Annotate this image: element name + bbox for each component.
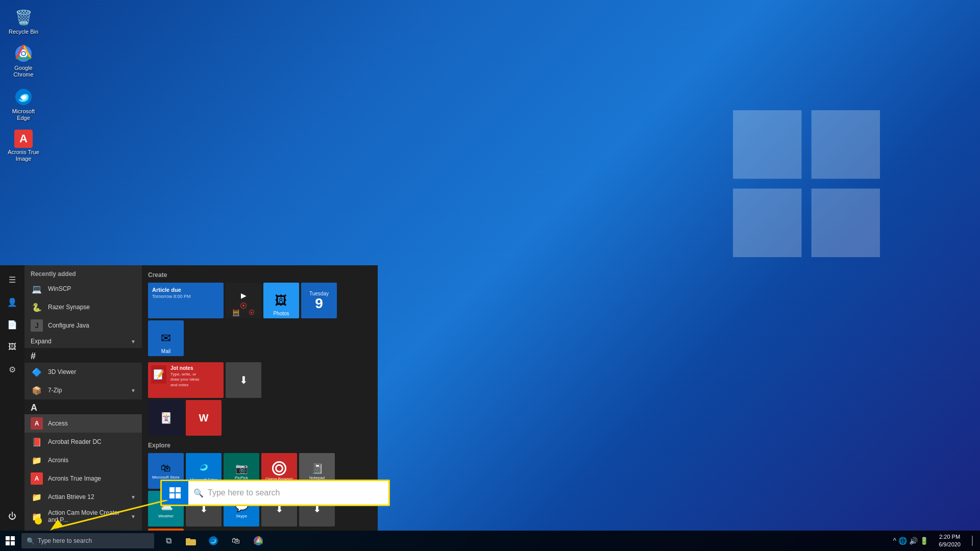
photos-tile[interactable]: 🖼 Photos — [263, 283, 299, 318]
file-explorer-button[interactable] — [181, 531, 201, 551]
solitaire-tile[interactable]: 🃏 — [148, 400, 184, 436]
create-tiles-grid: Article due Tomorrow 8:00 PM ▶ ⦿ 🧮 ⦿ 🖼 P… — [148, 283, 372, 356]
7zip-icon: 📦 — [31, 384, 43, 396]
article-due-title: Article due — [152, 287, 181, 293]
acronis-app-icon: 📁 — [31, 454, 43, 466]
app-item-winscp[interactable]: 💻 WinSCP — [24, 280, 142, 298]
download-tile-1[interactable]: ⬇ — [226, 362, 261, 398]
expand-label: Expand — [31, 338, 126, 345]
solitaire-row: 🃏 W — [148, 400, 372, 436]
calendar-tile[interactable]: Tuesday 9 — [301, 283, 337, 318]
winscp-icon: 💻 — [31, 283, 43, 295]
svg-rect-11 — [169, 487, 175, 492]
edge-icon — [13, 87, 34, 107]
svg-point-22 — [209, 536, 218, 545]
hamburger-menu-icon[interactable]: ☰ — [2, 269, 22, 290]
taskbar-search-input[interactable] — [38, 537, 149, 544]
edge-taskbar-button[interactable] — [203, 531, 224, 551]
recycle-bin-label: Recycle Bin — [9, 29, 38, 35]
access-name: Access — [48, 420, 136, 427]
chrome-taskbar-button[interactable] — [248, 531, 268, 551]
7zip-name: 7-Zip — [48, 387, 126, 394]
desktop-icon-recycle-bin[interactable]: 🗑️ Recycle Bin — [5, 5, 42, 37]
jot-row: 📝 Jot notes Type, write, ordraw your ide… — [148, 362, 372, 398]
article-due-sub: Tomorrow 8:00 PM — [152, 294, 191, 299]
java-name: Configure Java — [48, 322, 136, 329]
taskbar-search-box[interactable]: 🔍 — [21, 533, 154, 548]
clock-date: 6/9/2020 — [939, 541, 961, 548]
acronis-label: Acronis True Image — [7, 149, 40, 162]
expand-item[interactable]: Expand ▼ — [24, 335, 142, 348]
power-icon[interactable]: ⏻ — [2, 506, 22, 527]
razer-name: Razer Synapse — [48, 304, 136, 311]
start-sidebar: ☰ 👤 📄 🖼 ⚙ ⏻ — [0, 265, 24, 531]
acrobat-reader-name: Acrobat Reader DC — [48, 438, 136, 445]
network-icon[interactable]: 🌐 — [898, 537, 907, 545]
desktop: 🗑️ Recycle Bin Google Chrome — [0, 0, 980, 551]
taskbar-clock[interactable]: 2:20 PM 6/9/2020 — [933, 531, 967, 551]
explore-section-label: Explore — [148, 442, 372, 449]
svg-rect-1 — [812, 110, 880, 179]
office-tile[interactable]: W — [186, 400, 222, 436]
svg-rect-19 — [6, 541, 10, 545]
desktop-icon-edge[interactable]: Microsoft Edge — [5, 85, 42, 123]
documents-icon[interactable]: 📄 — [2, 314, 22, 335]
acronis-app-name: Acronis — [48, 457, 136, 464]
app-item-acronis[interactable]: 📁 Acronis — [24, 451, 142, 469]
svg-rect-17 — [6, 536, 10, 540]
alpha-hash: # — [24, 348, 142, 363]
settings-icon[interactable]: ⚙ — [2, 359, 22, 380]
volume-icon[interactable]: 🔊 — [909, 537, 918, 545]
jot-notes-tile[interactable]: 📝 Jot notes Type, write, ordraw your ide… — [148, 362, 224, 398]
svg-point-8 — [22, 52, 25, 55]
start-app-list: Recently added 💻 WinSCP 🐍 Razer Synapse … — [24, 265, 142, 531]
3dviewer-icon: 🔷 — [31, 366, 43, 378]
windows-watermark — [725, 102, 888, 265]
recently-added-label: Recently added — [24, 265, 142, 280]
svg-rect-20 — [11, 541, 15, 545]
desktop-icon-chrome[interactable]: Google Chrome — [5, 41, 42, 80]
svg-marker-16 — [50, 519, 63, 531]
7zip-arrow-icon: ▼ — [131, 388, 136, 393]
photos-tile-label: Photos — [264, 311, 298, 316]
taskbar-pinned-icons: ⧉ 🛍 — [158, 531, 268, 551]
app-item-acronis-ti[interactable]: A Acronis True Image — [24, 469, 142, 488]
photos-sidebar-icon[interactable]: 🖼 — [2, 337, 22, 357]
svg-rect-13 — [169, 493, 175, 498]
svg-line-15 — [55, 500, 167, 528]
app-item-acrobat-reader[interactable]: 📕 Acrobat Reader DC — [24, 433, 142, 451]
winscp-name: WinSCP — [48, 285, 136, 292]
actian-arrow-icon: ▼ — [131, 494, 136, 500]
svg-point-10 — [198, 461, 210, 473]
app-item-access[interactable]: A Access — [24, 414, 142, 433]
calendar-day-num: 9 — [315, 296, 323, 311]
desktop-icon-acronis[interactable]: A Acronis True Image — [5, 128, 42, 164]
task-view-button[interactable]: ⧉ — [158, 531, 179, 551]
media-play-tile[interactable]: ▶ ⦿ 🧮 ⦿ — [226, 283, 261, 318]
razer-icon: 🐍 — [31, 301, 43, 313]
svg-rect-14 — [176, 493, 181, 498]
mail-tile[interactable]: ✉ Mail — [148, 320, 184, 356]
user-icon[interactable]: 👤 — [2, 292, 22, 312]
mail-tile-label: Mail — [149, 348, 183, 354]
battery-icon[interactable]: 🔋 — [920, 537, 928, 545]
app-item-java[interactable]: J Configure Java — [24, 316, 142, 335]
3dviewer-name: 3D Viewer — [48, 368, 136, 375]
tray-expand-icon[interactable]: ^ — [893, 537, 897, 545]
svg-rect-2 — [733, 189, 801, 257]
article-due-tile[interactable]: Article due Tomorrow 8:00 PM — [148, 283, 224, 318]
acrobat-reader-icon: 📕 — [31, 436, 43, 448]
acronis-icon: A — [14, 130, 33, 148]
app-item-7zip[interactable]: 📦 7-Zip ▼ — [24, 381, 142, 399]
access-icon: A — [31, 417, 43, 430]
start-button[interactable] — [0, 531, 20, 551]
app-item-razer[interactable]: 🐍 Razer Synapse — [24, 298, 142, 316]
system-tray: ^ 🌐 🔊 🔋 — [889, 531, 933, 551]
store-taskbar-button[interactable]: 🛍 — [226, 531, 246, 551]
chrome-label: Google Chrome — [7, 65, 40, 78]
app-item-3dviewer[interactable]: 🔷 3D Viewer — [24, 363, 142, 381]
search-icon: 🔍 — [193, 488, 204, 498]
show-desktop-button[interactable] — [967, 531, 980, 551]
search-input[interactable] — [208, 488, 383, 497]
chrome-icon — [13, 43, 34, 64]
